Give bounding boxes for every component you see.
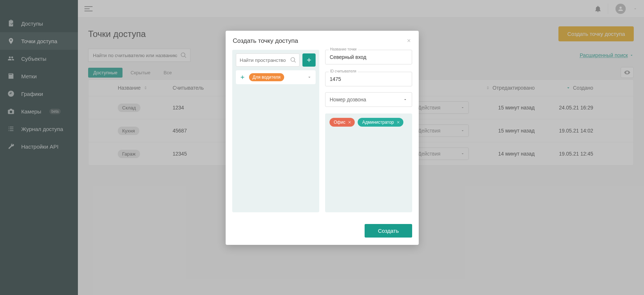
tag-chip-admin[interactable]: Администратор bbox=[358, 118, 403, 127]
chevron-down-icon bbox=[307, 75, 312, 80]
create-access-point-modal: Создать точку доступа bbox=[226, 31, 419, 245]
tags-panel: Офис Администратор bbox=[325, 113, 412, 212]
modal-close-button[interactable] bbox=[406, 38, 411, 44]
tag-label: Офис bbox=[334, 120, 346, 125]
plus-icon bbox=[306, 57, 312, 63]
search-icon bbox=[290, 57, 297, 63]
name-field: Название точки bbox=[325, 50, 412, 64]
dial-number-select[interactable]: Номер дозвона bbox=[325, 92, 412, 107]
remove-icon[interactable] bbox=[396, 120, 400, 124]
name-input[interactable] bbox=[325, 50, 412, 64]
name-label: Название точки bbox=[329, 47, 358, 51]
close-icon bbox=[406, 38, 411, 43]
reader-field: ID считывателя bbox=[325, 72, 412, 86]
plus-icon bbox=[240, 74, 245, 80]
space-search bbox=[236, 53, 300, 67]
modal-submit-button[interactable]: Создать bbox=[365, 224, 412, 238]
modal-title: Создать точку доступа bbox=[233, 37, 298, 45]
add-space-button[interactable] bbox=[302, 53, 316, 67]
spaces-panel: Для водителя bbox=[232, 50, 319, 212]
space-item[interactable]: Для водителя bbox=[236, 70, 316, 84]
tag-chip-office[interactable]: Офис bbox=[329, 118, 355, 127]
space-chip: Для водителя bbox=[249, 73, 284, 81]
modal-overlay[interactable]: Создать точку доступа bbox=[0, 0, 644, 295]
dial-number-label: Номер дозвона bbox=[330, 97, 366, 102]
reader-input[interactable] bbox=[325, 72, 412, 86]
tag-label: Администратор bbox=[362, 120, 394, 125]
remove-icon[interactable] bbox=[347, 120, 352, 124]
reader-label: ID считывателя bbox=[329, 69, 358, 73]
chevron-down-icon bbox=[403, 97, 407, 102]
